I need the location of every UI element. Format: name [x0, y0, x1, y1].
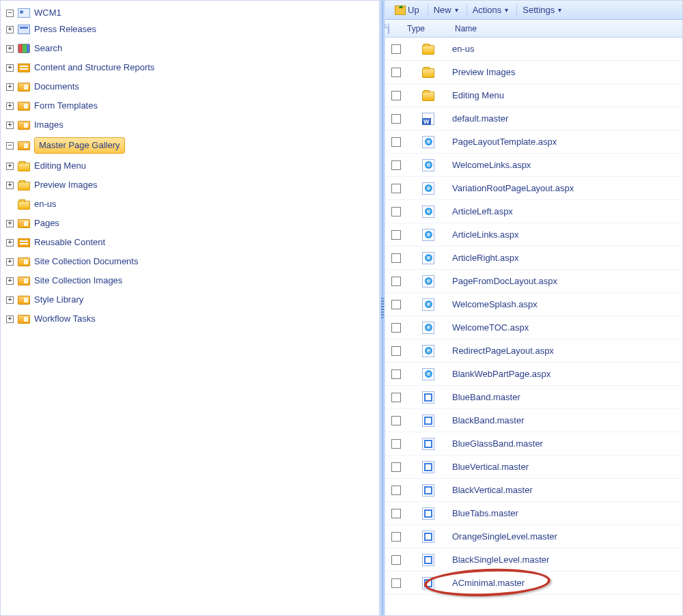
row-checkbox[interactable]	[391, 137, 401, 147]
new-button[interactable]: New	[428, 3, 464, 16]
expand-icon[interactable]: +	[6, 316, 14, 323]
tree-node[interactable]: +Press Releases	[6, 23, 376, 36]
tree-root-node[interactable]: − WCM1	[6, 6, 376, 20]
row-checkbox[interactable]	[391, 91, 401, 100]
row-checkbox[interactable]	[391, 184, 401, 193]
list-row[interactable]: ArticleRight.aspx	[385, 247, 682, 270]
row-checkbox[interactable]	[391, 277, 401, 286]
list-row[interactable]: BlankWebPartPage.aspx	[385, 363, 682, 386]
tree-item-label[interactable]: Site Collection Documents	[34, 255, 138, 268]
item-link[interactable]: ArticleLinks.aspx	[452, 229, 519, 240]
expand-icon[interactable]: +	[6, 239, 14, 247]
list-row[interactable]: en-us	[385, 38, 682, 61]
item-link[interactable]: WelcomeLinks.aspx	[452, 160, 531, 170]
row-checkbox[interactable]	[391, 323, 401, 333]
expand-icon[interactable]: −	[6, 10, 14, 17]
expand-icon[interactable]: +	[6, 220, 14, 227]
list-row[interactable]: BlackSingleLevel.master	[385, 548, 682, 572]
tree-node[interactable]: +Workflow Tasks	[6, 312, 376, 326]
actions-button[interactable]: Actions	[466, 3, 514, 16]
tree-node[interactable]: +Pages	[6, 216, 376, 230]
tree-node[interactable]: +Site Collection Images	[6, 274, 376, 288]
item-link[interactable]: BlueGlassBand.master	[452, 438, 543, 449]
item-link[interactable]: ArticleRight.aspx	[452, 253, 519, 263]
tree-item-label[interactable]: Preview Images	[34, 178, 97, 192]
tree-item-label[interactable]: Workflow Tasks	[34, 312, 96, 326]
list-row[interactable]: Preview Images	[385, 61, 682, 84]
list-row[interactable]: ACminimal.master	[385, 572, 682, 595]
tree-node[interactable]: +Style Library	[6, 293, 376, 307]
row-checkbox[interactable]	[391, 114, 401, 124]
expand-icon[interactable]: +	[6, 182, 14, 189]
item-link[interactable]: PageLayoutTemplate.aspx	[452, 137, 557, 147]
tree-item-label[interactable]: Pages	[34, 216, 59, 230]
row-checkbox[interactable]	[391, 44, 401, 54]
item-link[interactable]: Preview Images	[452, 67, 515, 77]
tree-item-label[interactable]: Press Releases	[34, 23, 96, 36]
list-row[interactable]: BlueBand.master	[385, 386, 682, 409]
list-row[interactable]: PageLayoutTemplate.aspx	[385, 130, 682, 154]
expand-icon[interactable]: +	[6, 83, 14, 91]
col-type[interactable]: Type	[404, 24, 452, 33]
row-checkbox[interactable]	[391, 300, 401, 309]
expand-icon[interactable]: +	[6, 26, 14, 33]
tree-node[interactable]: +Form Templates	[6, 99, 376, 113]
tree-item-label[interactable]: Search	[34, 42, 62, 55]
list-row[interactable]: PageFromDocLayout.aspx	[385, 270, 682, 293]
tree-item-label[interactable]: Documents	[34, 80, 79, 94]
item-link[interactable]: en-us	[452, 44, 475, 54]
tree-node[interactable]: +Images	[6, 118, 376, 132]
tree-item-label[interactable]: Style Library	[34, 293, 83, 307]
item-link[interactable]: BlackBand.master	[452, 415, 525, 425]
row-checkbox[interactable]	[391, 207, 401, 216]
row-checkbox[interactable]	[391, 68, 401, 77]
tree-node[interactable]: +Site Collection Documents	[6, 255, 376, 268]
row-checkbox[interactable]	[391, 486, 401, 495]
tree-root-label[interactable]: WCM1	[34, 6, 61, 20]
pane-splitter[interactable]	[380, 1, 385, 615]
row-checkbox[interactable]	[391, 509, 401, 518]
list-row[interactable]: ArticleLeft.aspx	[385, 200, 682, 223]
tree-item-label[interactable]: Images	[34, 118, 64, 132]
tree-node[interactable]: −Master Page Gallery	[6, 137, 376, 154]
item-link[interactable]: VariationRootPageLayout.aspx	[452, 183, 574, 193]
tree-item-label[interactable]: Form Templates	[34, 99, 98, 113]
item-link[interactable]: BlueTabs.master	[452, 508, 518, 518]
item-link[interactable]: PageFromDocLayout.aspx	[452, 276, 557, 286]
tree-item-label[interactable]: en-us	[34, 197, 57, 211]
tree-node[interactable]: en-us	[6, 197, 376, 211]
tree-node[interactable]: +Search	[6, 42, 376, 55]
tree-node[interactable]: +Preview Images	[6, 178, 376, 192]
item-link[interactable]: OrangeSingleLevel.master	[452, 531, 557, 542]
tree-item-label[interactable]: Reusable Content	[34, 236, 105, 249]
item-link[interactable]: RedirectPageLayout.aspx	[452, 346, 554, 356]
list-row[interactable]: BlueGlassBand.master	[385, 432, 682, 456]
tree-node[interactable]: +Editing Menu	[6, 159, 376, 173]
tree-item-label[interactable]: Content and Structure Reports	[34, 61, 154, 74]
tree-node[interactable]: +Content and Structure Reports	[6, 61, 376, 74]
expand-icon[interactable]: +	[6, 258, 14, 266]
expand-icon[interactable]: +	[6, 102, 14, 110]
item-link[interactable]: BlueBand.master	[452, 392, 520, 402]
item-link[interactable]: BlueVertical.master	[452, 462, 529, 472]
item-link[interactable]: default.master	[452, 113, 508, 124]
row-checkbox[interactable]	[391, 462, 401, 472]
list-row[interactable]: WelcomeTOC.aspx	[385, 316, 682, 339]
col-name[interactable]: Name	[452, 24, 477, 33]
tree-item-label[interactable]: Site Collection Images	[34, 274, 122, 288]
item-link[interactable]: WelcomeTOC.aspx	[452, 322, 529, 333]
row-checkbox[interactable]	[391, 532, 401, 542]
expand-icon[interactable]: +	[6, 296, 14, 304]
expand-icon[interactable]: +	[6, 45, 14, 53]
expand-icon[interactable]: +	[6, 163, 14, 170]
list-row[interactable]: RedirectPageLayout.aspx	[385, 339, 682, 363]
row-checkbox[interactable]	[391, 369, 401, 379]
tree-node[interactable]: +Documents	[6, 80, 376, 94]
list-row[interactable]: ArticleLinks.aspx	[385, 223, 682, 247]
expand-icon[interactable]: +	[6, 122, 14, 129]
list-row[interactable]: BlackBand.master	[385, 409, 682, 432]
tree-item-label[interactable]: Editing Menu	[34, 159, 86, 173]
list-row[interactable]: WelcomeLinks.aspx	[385, 154, 682, 177]
row-checkbox[interactable]	[391, 230, 401, 240]
list-row[interactable]: WelcomeSplash.aspx	[385, 293, 682, 316]
